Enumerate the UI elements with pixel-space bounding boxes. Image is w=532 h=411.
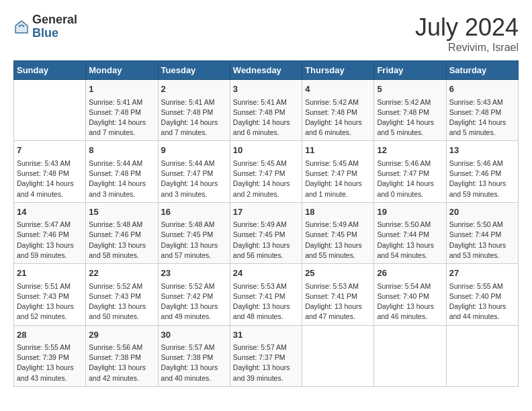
day-info: Sunrise: 5:45 AMSunset: 7:47 PMDaylight:…	[233, 158, 299, 199]
calendar-cell: 27Sunrise: 5:55 AMSunset: 7:40 PMDayligh…	[446, 264, 518, 325]
day-number: 11	[305, 144, 371, 157]
day-number: 4	[305, 83, 371, 96]
title-block: July 2024 Revivim, Israel	[415, 13, 519, 54]
calendar-cell: 18Sunrise: 5:49 AMSunset: 7:45 PMDayligh…	[302, 202, 374, 263]
calendar-cell: 6Sunrise: 5:43 AMSunset: 7:48 PMDaylight…	[446, 80, 518, 141]
day-info: Sunrise: 5:41 AMSunset: 7:48 PMDaylight:…	[233, 97, 299, 138]
calendar-cell: 28Sunrise: 5:55 AMSunset: 7:39 PMDayligh…	[14, 325, 86, 386]
logo: General Blue	[13, 13, 77, 40]
day-number: 27	[449, 267, 515, 280]
day-number: 13	[449, 144, 515, 157]
day-info: Sunrise: 5:46 AMSunset: 7:46 PMDaylight:…	[449, 158, 515, 199]
calendar-day-header: Thursday	[302, 61, 374, 80]
calendar-cell: 19Sunrise: 5:50 AMSunset: 7:44 PMDayligh…	[374, 202, 446, 263]
calendar-cell: 15Sunrise: 5:48 AMSunset: 7:46 PMDayligh…	[86, 202, 158, 263]
day-info: Sunrise: 5:49 AMSunset: 7:45 PMDaylight:…	[305, 220, 371, 261]
day-number: 25	[305, 267, 371, 280]
day-number: 14	[17, 205, 83, 219]
calendar-cell: 8Sunrise: 5:44 AMSunset: 7:48 PMDaylight…	[86, 141, 158, 202]
day-number: 1	[89, 83, 154, 96]
day-info: Sunrise: 5:44 AMSunset: 7:47 PMDaylight:…	[161, 158, 227, 199]
calendar-cell: 5Sunrise: 5:42 AMSunset: 7:48 PMDaylight…	[374, 80, 446, 141]
svg-marker-0	[15, 19, 29, 34]
logo-text: General Blue	[32, 13, 77, 40]
page-header: General Blue July 2024 Revivim, Israel	[13, 13, 519, 54]
day-number: 31	[233, 328, 299, 342]
calendar-table: SundayMondayTuesdayWednesdayThursdayFrid…	[13, 60, 519, 387]
calendar-cell	[302, 325, 374, 386]
day-info: Sunrise: 5:52 AMSunset: 7:42 PMDaylight:…	[161, 281, 227, 322]
calendar-cell: 24Sunrise: 5:53 AMSunset: 7:41 PMDayligh…	[230, 264, 302, 325]
month-year: July 2024	[415, 13, 519, 42]
day-info: Sunrise: 5:48 AMSunset: 7:46 PMDaylight:…	[89, 220, 154, 261]
day-info: Sunrise: 5:42 AMSunset: 7:48 PMDaylight:…	[377, 97, 443, 138]
day-number: 19	[377, 205, 443, 219]
day-info: Sunrise: 5:41 AMSunset: 7:48 PMDaylight:…	[161, 97, 227, 138]
calendar-week-row: 7Sunrise: 5:43 AMSunset: 7:48 PMDaylight…	[14, 141, 519, 202]
calendar-cell: 7Sunrise: 5:43 AMSunset: 7:48 PMDaylight…	[14, 141, 86, 202]
day-info: Sunrise: 5:41 AMSunset: 7:48 PMDaylight:…	[89, 97, 154, 138]
day-number: 7	[17, 144, 83, 157]
calendar-cell: 16Sunrise: 5:48 AMSunset: 7:45 PMDayligh…	[158, 202, 230, 263]
location: Revivim, Israel	[415, 42, 519, 54]
day-info: Sunrise: 5:43 AMSunset: 7:48 PMDaylight:…	[449, 97, 515, 138]
day-number: 8	[89, 144, 154, 157]
day-number: 15	[89, 205, 154, 219]
day-info: Sunrise: 5:56 AMSunset: 7:38 PMDaylight:…	[89, 342, 154, 383]
day-number: 29	[89, 328, 154, 342]
calendar-cell: 17Sunrise: 5:49 AMSunset: 7:45 PMDayligh…	[230, 202, 302, 263]
calendar-day-header: Saturday	[446, 61, 518, 80]
logo-general: General	[32, 13, 77, 27]
calendar-day-header: Wednesday	[230, 61, 302, 80]
day-info: Sunrise: 5:57 AMSunset: 7:37 PMDaylight:…	[233, 342, 299, 383]
day-info: Sunrise: 5:49 AMSunset: 7:45 PMDaylight:…	[233, 220, 299, 261]
day-info: Sunrise: 5:50 AMSunset: 7:44 PMDaylight:…	[449, 220, 515, 261]
day-number: 26	[377, 267, 443, 280]
day-info: Sunrise: 5:43 AMSunset: 7:48 PMDaylight:…	[17, 158, 83, 199]
calendar-day-header: Monday	[86, 61, 158, 80]
calendar-day-header: Sunday	[14, 61, 86, 80]
day-info: Sunrise: 5:46 AMSunset: 7:47 PMDaylight:…	[377, 158, 443, 199]
logo-icon	[13, 19, 30, 35]
day-number: 24	[233, 267, 299, 280]
day-info: Sunrise: 5:50 AMSunset: 7:44 PMDaylight:…	[377, 220, 443, 261]
logo-blue: Blue	[32, 27, 77, 40]
day-number: 22	[89, 267, 154, 280]
calendar-day-header: Tuesday	[158, 61, 230, 80]
day-number: 21	[17, 267, 83, 280]
day-info: Sunrise: 5:42 AMSunset: 7:48 PMDaylight:…	[305, 97, 371, 138]
calendar-cell: 26Sunrise: 5:54 AMSunset: 7:40 PMDayligh…	[374, 264, 446, 325]
day-info: Sunrise: 5:47 AMSunset: 7:46 PMDaylight:…	[17, 220, 83, 261]
calendar-week-row: 1Sunrise: 5:41 AMSunset: 7:48 PMDaylight…	[14, 80, 519, 141]
day-info: Sunrise: 5:53 AMSunset: 7:41 PMDaylight:…	[305, 281, 371, 322]
day-number: 12	[377, 144, 443, 157]
day-number: 2	[161, 83, 227, 96]
calendar-cell: 21Sunrise: 5:51 AMSunset: 7:43 PMDayligh…	[14, 264, 86, 325]
calendar-cell: 1Sunrise: 5:41 AMSunset: 7:48 PMDaylight…	[86, 80, 158, 141]
day-number: 16	[161, 205, 227, 219]
day-info: Sunrise: 5:54 AMSunset: 7:40 PMDaylight:…	[377, 281, 443, 322]
calendar-cell: 2Sunrise: 5:41 AMSunset: 7:48 PMDaylight…	[158, 80, 230, 141]
calendar-cell	[446, 325, 518, 386]
calendar-cell: 9Sunrise: 5:44 AMSunset: 7:47 PMDaylight…	[158, 141, 230, 202]
day-number: 9	[161, 144, 227, 157]
day-info: Sunrise: 5:45 AMSunset: 7:47 PMDaylight:…	[305, 158, 371, 199]
day-number: 6	[449, 83, 515, 96]
calendar-cell	[14, 80, 86, 141]
calendar-cell: 31Sunrise: 5:57 AMSunset: 7:37 PMDayligh…	[230, 325, 302, 386]
day-info: Sunrise: 5:52 AMSunset: 7:43 PMDaylight:…	[89, 281, 154, 322]
day-number: 23	[161, 267, 227, 280]
day-number: 30	[161, 328, 227, 342]
calendar-cell	[374, 325, 446, 386]
calendar-week-row: 14Sunrise: 5:47 AMSunset: 7:46 PMDayligh…	[14, 202, 519, 263]
calendar-cell: 4Sunrise: 5:42 AMSunset: 7:48 PMDaylight…	[302, 80, 374, 141]
calendar-cell: 14Sunrise: 5:47 AMSunset: 7:46 PMDayligh…	[14, 202, 86, 263]
calendar-cell: 23Sunrise: 5:52 AMSunset: 7:42 PMDayligh…	[158, 264, 230, 325]
calendar-week-row: 21Sunrise: 5:51 AMSunset: 7:43 PMDayligh…	[14, 264, 519, 325]
day-number: 18	[305, 205, 371, 219]
calendar-cell: 12Sunrise: 5:46 AMSunset: 7:47 PMDayligh…	[374, 141, 446, 202]
day-info: Sunrise: 5:51 AMSunset: 7:43 PMDaylight:…	[17, 281, 83, 322]
day-info: Sunrise: 5:48 AMSunset: 7:45 PMDaylight:…	[161, 220, 227, 261]
day-info: Sunrise: 5:55 AMSunset: 7:39 PMDaylight:…	[17, 342, 83, 383]
calendar-week-row: 28Sunrise: 5:55 AMSunset: 7:39 PMDayligh…	[14, 325, 519, 386]
